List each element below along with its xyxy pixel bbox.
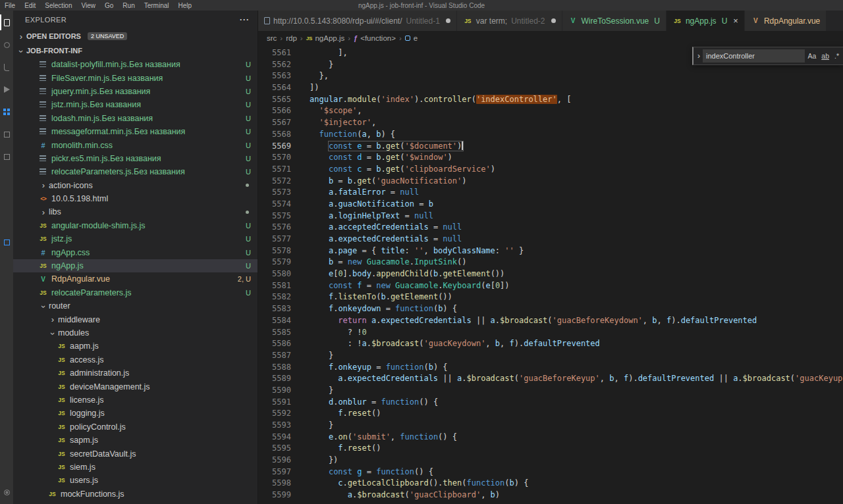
breadcrumb-item[interactable]: rdp (286, 34, 297, 42)
breadcrumb-item[interactable]: e (405, 34, 418, 42)
line-number[interactable]: 5565 (258, 94, 291, 106)
tree-file-item[interactable]: pickr.es5.min.js.Без названияU (13, 152, 258, 165)
tree-file-item[interactable]: JSsiem.js (13, 461, 258, 474)
breadcrumb-item[interactable]: JSngApp.js (306, 34, 345, 42)
breadcrumb-item[interactable]: src (267, 34, 277, 42)
code-line[interactable]: 5565angular.module('index').controller('… (258, 94, 843, 106)
code-line[interactable]: 5591 d.onblur = function() { (258, 397, 843, 409)
tree-folder-item[interactable]: libs (13, 205, 258, 218)
line-number[interactable]: 5562 (258, 59, 291, 71)
project-root-section[interactable]: JOB-FRONT-INF (13, 43, 258, 58)
line-number[interactable]: 5572 (258, 176, 291, 188)
line-number[interactable]: 5569 (258, 141, 291, 153)
editor-tab[interactable]: VWireToSession.vueU (562, 11, 666, 31)
line-number[interactable]: 5597 (258, 466, 291, 478)
code-line[interactable]: 5577 a.expectedCredentials = null (258, 234, 843, 245)
code-line[interactable]: 5569 const e = b.get('$document') (258, 141, 843, 153)
menu-file[interactable]: File (0, 2, 20, 9)
tree-folder-item[interactable]: middleware (13, 313, 258, 326)
tree-file-item[interactable]: JSaapm.js (13, 340, 258, 353)
menu-edit[interactable]: Edit (20, 2, 40, 9)
line-number[interactable]: 5567 (258, 117, 291, 129)
code-line[interactable]: 5580 e[0].body.appendChild(b.getElement(… (258, 268, 843, 280)
code-line[interactable]: 5563 }, (258, 70, 843, 82)
extensions-icon[interactable] (0, 105, 13, 118)
line-number[interactable]: 5583 (258, 303, 291, 315)
line-number[interactable]: 5576 (258, 222, 291, 234)
code-line[interactable]: 5582 f.listenTo(b.getElement()) (258, 291, 843, 303)
code-line[interactable]: 5588 f.onkeyup = function(b) { (258, 362, 843, 374)
code-line[interactable]: 5599 a.$broadcast('guacClipboard', b) (258, 490, 843, 501)
tree-file-item[interactable]: JSrelocateParameters.jsU (13, 286, 258, 299)
editor-tab[interactable]: JSvar term;Untitled-2 (457, 11, 562, 31)
tree-file-item[interactable]: JSmockFunctions.js (13, 488, 258, 501)
custom-panel-2-icon[interactable] (0, 150, 13, 163)
code-line[interactable]: 5596 }) (258, 455, 843, 466)
line-number[interactable]: 5581 (258, 280, 291, 292)
regex-toggle[interactable]: .* (832, 52, 842, 60)
line-number[interactable]: 5589 (258, 373, 291, 385)
tree-file-item[interactable]: <>10.0.5.198.html (13, 192, 258, 205)
line-number[interactable]: 5588 (258, 362, 291, 374)
editor-tab[interactable]: http://10.0.5.143:8080/rdp-ui/#/client/U… (258, 11, 457, 31)
line-number[interactable]: 5574 (258, 199, 291, 211)
code-line[interactable]: 5578 a.page = { title: '', bodyClassName… (258, 245, 843, 257)
line-number[interactable]: 5586 (258, 338, 291, 350)
open-editors-section[interactable]: OPEN EDITORS 2 UNSAVED (13, 29, 258, 43)
code-line[interactable]: 5575 a.loginHelpText = null (258, 211, 843, 222)
line-number[interactable]: 5578 (258, 245, 291, 257)
line-number[interactable]: 5584 (258, 315, 291, 327)
line-number[interactable]: 5561 (258, 47, 291, 59)
custom-panel-1-icon[interactable] (0, 128, 13, 141)
tree-folder-item[interactable]: router (13, 299, 258, 313)
code-line[interactable]: 5568 function(a, b) { (258, 129, 843, 141)
tree-file-item[interactable]: JSngApp.jsU (13, 259, 258, 272)
line-number[interactable]: 5568 (258, 129, 291, 141)
breadcrumb-item[interactable]: ƒ<function> (354, 34, 396, 42)
tree-file-item[interactable]: JSlicense.js (13, 393, 258, 407)
code-line[interactable]: 5595 f.reset() (258, 443, 843, 455)
line-number[interactable]: 5587 (258, 350, 291, 362)
tree-file-item[interactable]: JSadministration.js (13, 366, 258, 380)
code-line[interactable]: 5576 a.acceptedCredentials = null (258, 222, 843, 234)
code-line[interactable]: 5583 f.onkeydown = function(b) { (258, 303, 843, 315)
code-line[interactable]: 5587 } (258, 350, 843, 362)
code-line[interactable]: 5573 a.fatalError = null (258, 187, 843, 199)
code-line[interactable]: 5592 f.reset() (258, 408, 843, 420)
code-line[interactable]: 5589 a.expectedCredentials || a.$broadca… (258, 373, 843, 385)
line-number[interactable]: 5579 (258, 257, 291, 268)
match-case-toggle[interactable]: Aa (805, 52, 819, 60)
code-line[interactable]: 5593 } (258, 420, 843, 432)
code-line[interactable]: 5574 a.guacNotification = b (258, 199, 843, 211)
dirty-indicator[interactable] (446, 18, 450, 23)
code-editor[interactable]: 5561 ],5562 }5563 },5564])5565angular.mo… (258, 45, 843, 504)
tree-file-item[interactable]: FileSaver.min.js.Без названияU (13, 71, 258, 84)
tree-file-item[interactable]: JSaccess.js (13, 353, 258, 366)
find-input[interactable] (703, 49, 805, 63)
close-icon[interactable]: × (733, 16, 738, 25)
code-line[interactable]: 5579 b = new Guacamole.InputSink() (258, 257, 843, 268)
tree-folder-item[interactable]: modules (13, 326, 258, 340)
tree-file-item[interactable]: JSsapm.js (13, 434, 258, 447)
tree-file-item[interactable]: JSsecretDataVault.js (13, 447, 258, 460)
tree-file-item[interactable]: VRdpAngular.vue2, U (13, 272, 258, 286)
line-number[interactable]: 5570 (258, 152, 291, 164)
tree-file-item[interactable]: messageformat.min.js.Без названияU (13, 125, 258, 138)
code-line[interactable]: 5590 } (258, 385, 843, 397)
code-line[interactable]: 5567 '$injector', (258, 117, 843, 129)
line-number[interactable]: 5592 (258, 408, 291, 420)
line-number[interactable]: 5577 (258, 234, 291, 245)
find-expand-chevron-icon[interactable]: › (695, 51, 703, 61)
tree-file-item[interactable]: datalist-polyfill.min.js.Без названияU (13, 58, 258, 71)
code-line[interactable]: 5570 const d = b.get('$window') (258, 152, 843, 164)
line-number[interactable]: 5598 (258, 478, 291, 490)
tree-file-item[interactable]: JSlogging.js (13, 407, 258, 420)
tree-file-item[interactable]: relocateParameters.js.Без названияU (13, 165, 258, 178)
explorer-icon[interactable] (0, 16, 13, 29)
code-line[interactable]: 5572 b = b.get('guacNotification') (258, 176, 843, 188)
run-debug-icon[interactable] (0, 83, 13, 96)
settings-icon[interactable] (0, 486, 13, 499)
line-number[interactable]: 5585 (258, 327, 291, 339)
line-number[interactable]: 5590 (258, 385, 291, 397)
menu-terminal[interactable]: Terminal (140, 2, 174, 9)
